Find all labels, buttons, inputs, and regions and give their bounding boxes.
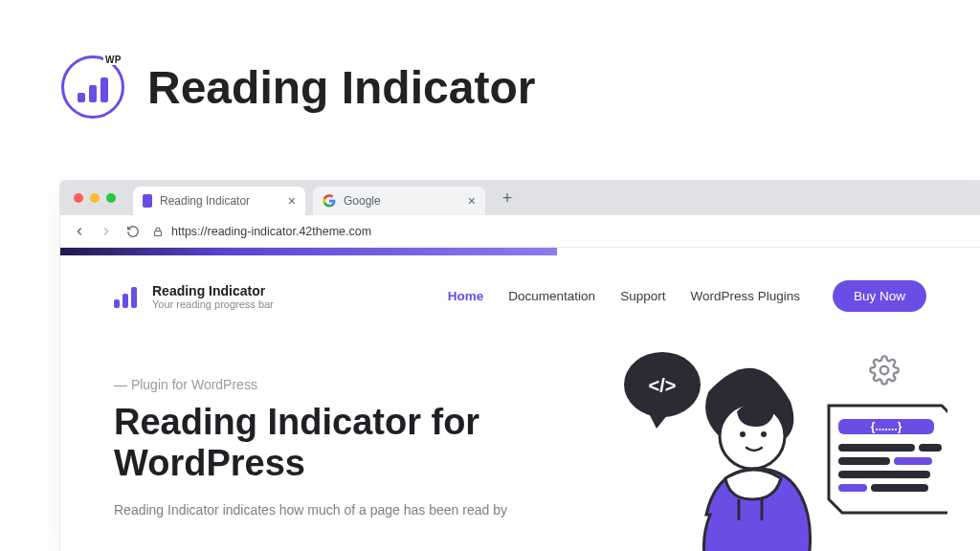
hero-headline: Reading Indicator for WordPress: [114, 402, 543, 483]
new-tab-button[interactable]: +: [495, 186, 520, 210]
svg-rect-11: [838, 457, 890, 465]
svg-point-6: [761, 431, 767, 437]
buy-now-button[interactable]: Buy Now: [833, 280, 926, 312]
site-brand-tagline: Your reading progress bar: [152, 298, 274, 310]
forward-button[interactable]: [99, 224, 114, 239]
site-logo[interactable]: Reading Indicator Your reading progress …: [114, 283, 274, 310]
svg-rect-0: [155, 231, 162, 235]
google-favicon-icon: [323, 194, 336, 208]
svg-rect-13: [838, 471, 930, 478]
back-button[interactable]: [72, 224, 87, 239]
hero-lead: Reading Indicator indicates how much of …: [114, 500, 535, 520]
svg-rect-15: [871, 484, 928, 492]
reload-button[interactable]: [125, 224, 141, 239]
svg-rect-10: [919, 444, 942, 452]
close-tab-icon[interactable]: ×: [288, 194, 296, 208]
tab-label: Google: [344, 194, 381, 208]
browser-toolbar: https://reading-indicator.42theme.com: [60, 215, 980, 248]
browser-tabstrip: Reading Indicator × Google × +: [60, 181, 980, 215]
eyebrow-text: — Plugin for WordPress: [114, 377, 543, 392]
site-header: Reading Indicator Your reading progress …: [60, 255, 980, 312]
address-bar[interactable]: https://reading-indicator.42theme.com: [152, 225, 371, 238]
nav-documentation[interactable]: Documentation: [508, 289, 595, 303]
browser-tab-google[interactable]: Google ×: [313, 187, 485, 215]
svg-text:</>: </>: [649, 375, 677, 396]
reading-progress-bar: [60, 248, 557, 255]
hero-illustration: </> {.......}: [593, 335, 947, 551]
reading-indicator-favicon-icon: [143, 194, 152, 208]
site-brand-title: Reading Indicator: [152, 283, 274, 298]
browser-tab-reading-indicator[interactable]: Reading Indicator ×: [133, 187, 305, 215]
page-title: Reading Indicator: [147, 61, 535, 114]
nav-wordpress-plugins[interactable]: WordPress Plugins: [690, 289, 800, 303]
page-content: Reading Indicator Your reading progress …: [60, 248, 980, 551]
browser-window: Reading Indicator × Google × +: [59, 180, 980, 551]
maximize-window-icon[interactable]: [106, 193, 116, 203]
product-logo: WP: [61, 55, 124, 119]
svg-text:{.......}: {.......}: [871, 420, 902, 433]
svg-rect-9: [838, 444, 915, 452]
window-controls: [74, 193, 116, 203]
url-text: https://reading-indicator.42theme.com: [171, 225, 371, 238]
wp-badge: WP: [103, 55, 123, 65]
nav-support[interactable]: Support: [620, 289, 665, 303]
nav-home[interactable]: Home: [448, 289, 484, 303]
close-tab-icon[interactable]: ×: [468, 194, 476, 208]
svg-point-5: [740, 431, 746, 437]
close-window-icon[interactable]: [74, 193, 83, 203]
bars-icon: [78, 77, 108, 102]
svg-rect-14: [838, 484, 867, 492]
bars-icon: [114, 285, 141, 308]
tab-label: Reading Indicator: [160, 194, 250, 208]
svg-rect-12: [894, 457, 932, 465]
minimize-window-icon[interactable]: [90, 193, 100, 203]
site-nav: Home Documentation Support WordPress Plu…: [448, 280, 926, 312]
lock-icon: [152, 226, 164, 237]
